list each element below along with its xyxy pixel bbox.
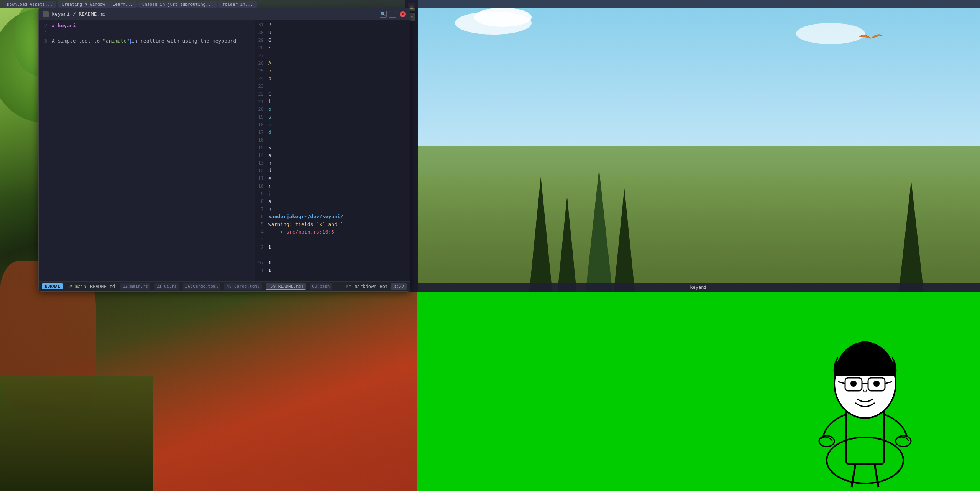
taskbar: Download Assets... Creating A Window - L… — [0, 0, 980, 8]
buffer-tab-1[interactable]: 12:main.rs — [120, 283, 150, 290]
close-button[interactable]: × — [400, 11, 406, 17]
term-line: 8a — [255, 198, 410, 205]
term-line: 10r — [255, 182, 410, 190]
term-line: 7k — [255, 205, 410, 213]
term-line: 9j — [255, 190, 410, 198]
editor-right-pane[interactable]: 31B 30U 29G 28: 27 26A 25p 24p 23 22C 21… — [255, 20, 410, 281]
term-line: 19s — [255, 113, 410, 121]
taskbar-tab-4[interactable]: folder in... — [218, 1, 256, 8]
editor-body: 2 # keyani 1 3 A simple tool to "animate… — [39, 20, 410, 281]
svg-line-14 — [875, 464, 878, 487]
search-button[interactable]: 🔍 — [380, 11, 387, 18]
term-line: 18e — [255, 121, 410, 129]
taskbar-tab-2[interactable]: Creating A Window - Learn... — [58, 1, 136, 8]
svg-line-13 — [852, 464, 855, 487]
term-line: 20o — [255, 105, 410, 113]
term-line: 11 — [255, 267, 410, 274]
video-bottom — [417, 292, 980, 491]
status-bar: NORMAL ⎇ main README.md 12:main.rs 21:ui… — [39, 281, 410, 291]
taskbar-tab-3[interactable]: unfold in just-subrouting... — [138, 1, 217, 8]
term-line: 21 — [255, 244, 410, 251]
svg-point-8 — [850, 381, 857, 387]
cursor-position: 3:27 — [391, 283, 407, 290]
term-line: 25p — [255, 67, 410, 75]
close-icon: × — [402, 12, 404, 16]
term-line: 3 — [255, 236, 410, 244]
editor-title: keyani / README.md — [52, 11, 106, 17]
branch-icon: ⎇ — [67, 284, 72, 289]
bot-label: Bot — [379, 284, 388, 289]
term-line: 31B — [255, 21, 410, 29]
term-line: 12d — [255, 167, 410, 175]
term-line: 22C — [255, 90, 410, 98]
buffer-tab-3[interactable]: 36:Cargo.toml — [183, 283, 220, 290]
search-icon: 🔍 — [381, 12, 386, 16]
term-line: 16 — [255, 136, 410, 144]
status-right: ⌘Y markdown Bot 3:27 — [346, 283, 407, 290]
editor-window: keyani / README.md 🔍 ≡ × 2 # keyani 1 — [38, 8, 410, 292]
term-line: 29G — [255, 36, 410, 44]
bird-decoration — [857, 31, 884, 47]
term-line: 13n — [255, 159, 410, 167]
buffer-tab-5-active[interactable]: [59:README.md] — [266, 283, 306, 290]
term-line: 21l — [255, 98, 410, 105]
editor-line: 3 A simple tool to "animate"in realtime … — [39, 37, 255, 45]
term-line — [255, 274, 410, 281]
language-indicator: markdown — [355, 284, 377, 289]
editor-line: 2 # keyani — [39, 22, 255, 30]
term-line: 6xanderjakeq:~/dev/keyani/ — [255, 213, 410, 221]
term-line: 11e — [255, 175, 410, 182]
term-line — [255, 251, 410, 259]
git-branch: ⎇ main — [67, 284, 86, 289]
video-label: keyani — [417, 283, 980, 292]
term-line: 26A — [255, 59, 410, 67]
buffer-tab-4[interactable]: 48:Cargo.toml — [224, 283, 262, 290]
term-line: 30U — [255, 29, 410, 36]
titlebar-icon — [43, 11, 49, 17]
term-line: 14a — [255, 152, 410, 159]
term-line: 24p — [255, 75, 410, 82]
keyboard-shortcut: ⌘Y — [346, 284, 351, 289]
term-line: 17d — [255, 129, 410, 136]
video-top — [417, 0, 980, 292]
right-panel: keyani — [417, 0, 980, 491]
vim-mode-indicator: NORMAL — [42, 283, 63, 289]
current-file: README.md — [90, 284, 115, 289]
branch-name: main — [75, 284, 86, 289]
term-line: 5warning: fields `x` and ` — [255, 221, 410, 228]
term-line: 15x — [255, 144, 410, 152]
buffer-tabs: 12:main.rs 21:ui.rs 36:Cargo.toml 48:Car… — [120, 283, 332, 290]
character — [788, 307, 942, 491]
taskbar-tab-1[interactable]: Download Assets... — [3, 1, 56, 8]
titlebar-left: keyani / README.md — [43, 11, 106, 17]
term-line: 4 --> src/main.rs:16:5 — [255, 228, 410, 236]
titlebar-controls: 🔍 ≡ × — [380, 11, 406, 18]
buffer-tab-2[interactable]: 21:ui.rs — [154, 283, 179, 290]
buffer-tab-6[interactable]: 60:bash — [310, 283, 332, 290]
editor-titlebar: keyani / README.md 🔍 ≡ × — [39, 8, 410, 20]
term-line: 971 — [255, 259, 410, 267]
menu-icon: ≡ — [391, 12, 394, 16]
term-line: 27 — [255, 52, 410, 59]
video-label-text: keyani — [690, 285, 706, 290]
menu-button[interactable]: ≡ — [389, 11, 396, 18]
svg-point-9 — [873, 381, 880, 387]
editor-main-pane[interactable]: 2 # keyani 1 3 A simple tool to "animate… — [39, 20, 255, 281]
editor-line: 1 — [39, 30, 255, 37]
term-line: 23 — [255, 82, 410, 90]
term-line: 28: — [255, 44, 410, 52]
